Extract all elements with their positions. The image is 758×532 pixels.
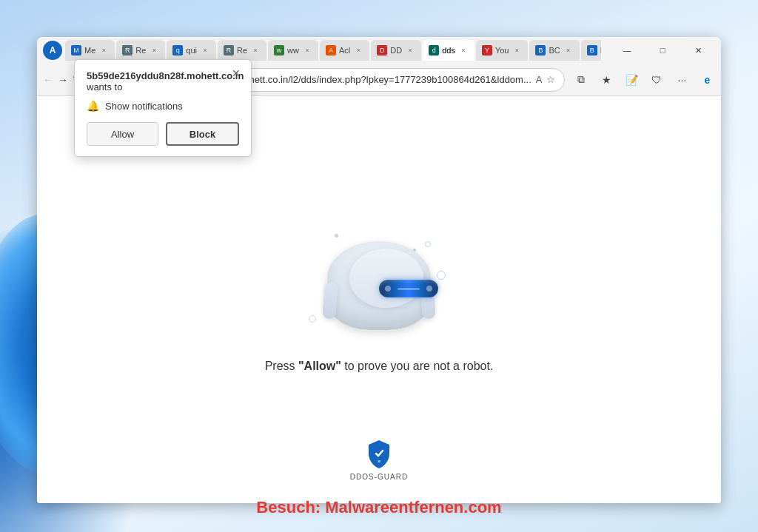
allow-button[interactable]: Allow bbox=[87, 122, 158, 146]
tab-close-2[interactable]: × bbox=[149, 45, 159, 55]
bell-icon: 🔔 bbox=[87, 100, 99, 112]
browser-tab-3[interactable]: q qui × bbox=[167, 40, 216, 61]
bookmark-icon[interactable]: ☆ bbox=[546, 74, 555, 85]
robot-visor bbox=[379, 280, 438, 297]
browser-tab-11[interactable]: B BC × bbox=[581, 40, 601, 61]
svg-text:≡: ≡ bbox=[378, 459, 380, 464]
popup-close-button[interactable]: ✕ bbox=[229, 66, 244, 81]
browser-tab-4[interactable]: R Re × bbox=[218, 40, 266, 61]
robot-arm-left bbox=[322, 281, 338, 319]
tab-label-8: dds bbox=[442, 46, 455, 55]
collections-button[interactable]: 📝 bbox=[620, 68, 643, 92]
tab-label-9: You bbox=[495, 46, 509, 55]
tab-label-4: Re bbox=[237, 46, 247, 55]
tab-favicon-4: R bbox=[224, 45, 234, 55]
popup-site-name: 5b59de216yddu8n28f.mohett.co.in bbox=[87, 70, 239, 81]
allow-label: Allow bbox=[111, 129, 134, 140]
watermark-text: Besuch: Malwareentfernen.com bbox=[256, 498, 501, 517]
tab-label-1: Me bbox=[84, 46, 95, 55]
tab-close-4[interactable]: × bbox=[250, 45, 261, 55]
tab-manager-icon: ⧉ bbox=[577, 73, 585, 86]
minimize-button[interactable]: — bbox=[610, 37, 644, 64]
tab-favicon-11: B bbox=[587, 45, 597, 55]
message-highlight: "Allow" bbox=[298, 360, 341, 372]
popup-permission-text: Show notifications bbox=[105, 101, 183, 112]
popup-subtitle: wants to bbox=[87, 81, 239, 92]
watermark-label: Besuch: Malwareentfernen.com bbox=[256, 498, 501, 516]
close-icon: ✕ bbox=[695, 46, 702, 55]
tab-close-5[interactable]: × bbox=[302, 45, 312, 55]
robot-head bbox=[349, 249, 423, 308]
visor-dot-left bbox=[385, 286, 391, 292]
more-icon: ··· bbox=[678, 74, 687, 86]
forward-icon: → bbox=[58, 74, 68, 86]
maximize-button[interactable]: □ bbox=[645, 37, 680, 64]
tab-favicon-5: w bbox=[274, 45, 284, 55]
tab-manager-button[interactable]: ⧉ bbox=[569, 68, 593, 92]
reader-icon: A bbox=[536, 74, 543, 85]
visor-dot-right bbox=[426, 286, 432, 292]
message-suffix: to prove you are not a robot. bbox=[341, 360, 493, 372]
profile-avatar[interactable]: A bbox=[43, 41, 62, 60]
tab-favicon-3: q bbox=[172, 45, 183, 55]
minimize-icon: — bbox=[623, 46, 631, 55]
browser-tab-10[interactable]: B BC × bbox=[529, 40, 579, 61]
message-prefix: Press bbox=[265, 360, 298, 372]
browser-tab-7[interactable]: D DD × bbox=[371, 40, 421, 61]
float-circle-1 bbox=[425, 241, 431, 247]
edge-icon-button[interactable]: e bbox=[695, 68, 719, 92]
browser-tab-2[interactable]: R Re × bbox=[116, 40, 165, 61]
maximize-icon: □ bbox=[660, 46, 665, 55]
page-message: Press "Allow" to prove you are not a rob… bbox=[265, 360, 494, 373]
block-label: Block bbox=[190, 129, 215, 140]
tab-close-9[interactable]: × bbox=[512, 45, 522, 55]
browser-essentials-button[interactable]: 🛡 bbox=[645, 68, 668, 92]
close-button[interactable]: ✕ bbox=[681, 37, 715, 64]
tab-favicon-2: R bbox=[122, 45, 133, 55]
close-icon: ✕ bbox=[232, 67, 241, 79]
profile-initial: A bbox=[50, 45, 56, 55]
forward-button[interactable]: → bbox=[58, 68, 68, 92]
favorites-icon: ★ bbox=[602, 74, 611, 86]
float-dot-1 bbox=[335, 234, 338, 238]
tab-close-10[interactable]: × bbox=[563, 45, 574, 55]
popup-buttons: Allow Block bbox=[87, 122, 239, 146]
tab-close-6[interactable]: × bbox=[353, 45, 363, 55]
browser-tab-9[interactable]: Y You × bbox=[476, 40, 529, 61]
tab-favicon-1: M bbox=[71, 45, 81, 55]
visor-line bbox=[398, 288, 420, 290]
tab-close-8[interactable]: × bbox=[458, 45, 469, 55]
tab-favicon-7: D bbox=[377, 45, 387, 55]
ddos-guard-badge: ≡ DDOS-GUARD bbox=[350, 439, 408, 481]
back-icon: ← bbox=[43, 74, 53, 86]
back-button[interactable]: ← bbox=[43, 68, 53, 92]
browser-tab-6[interactable]: A Acl × bbox=[320, 40, 369, 61]
tab-close-3[interactable]: × bbox=[200, 45, 210, 55]
ddos-label: DDOS-GUARD bbox=[350, 473, 408, 481]
browser-tab-5[interactable]: w ww × bbox=[268, 40, 318, 61]
notification-permission-popup: ✕ 5b59de216yddu8n28f.mohett.co.in wants … bbox=[74, 59, 252, 157]
block-button[interactable]: Block bbox=[166, 122, 239, 146]
browser-tab-1[interactable]: M Me × bbox=[65, 40, 115, 61]
tab-label-7: DD bbox=[390, 46, 402, 55]
tab-label-6: Acl bbox=[339, 46, 350, 55]
tab-label-3: qui bbox=[186, 46, 197, 55]
collections-icon: 📝 bbox=[625, 74, 638, 86]
tab-strip: M Me × R Re × q qui × R Re × bbox=[65, 40, 601, 61]
tab-label-10: BC bbox=[549, 46, 560, 55]
more-button[interactable]: ··· bbox=[670, 68, 694, 92]
favorites-button[interactable]: ★ bbox=[594, 68, 618, 92]
browser-tab-8[interactable]: d dds × bbox=[423, 40, 474, 61]
tab-label-2: Re bbox=[135, 46, 146, 55]
tab-label-11: BC bbox=[600, 46, 601, 55]
shield-icon: 🛡 bbox=[651, 74, 662, 86]
tab-favicon-6: A bbox=[326, 45, 336, 55]
page-content: Press "Allow" to prove you are not a rob… bbox=[37, 96, 721, 503]
ddos-shield-icon: ≡ bbox=[366, 439, 392, 470]
float-circle-3 bbox=[309, 315, 316, 323]
window-controls: — □ ✕ bbox=[610, 37, 715, 64]
tab-close-7[interactable]: × bbox=[405, 45, 415, 55]
tab-favicon-9: Y bbox=[482, 45, 492, 55]
tab-favicon-10: B bbox=[535, 45, 546, 55]
tab-close-1[interactable]: × bbox=[98, 45, 109, 55]
